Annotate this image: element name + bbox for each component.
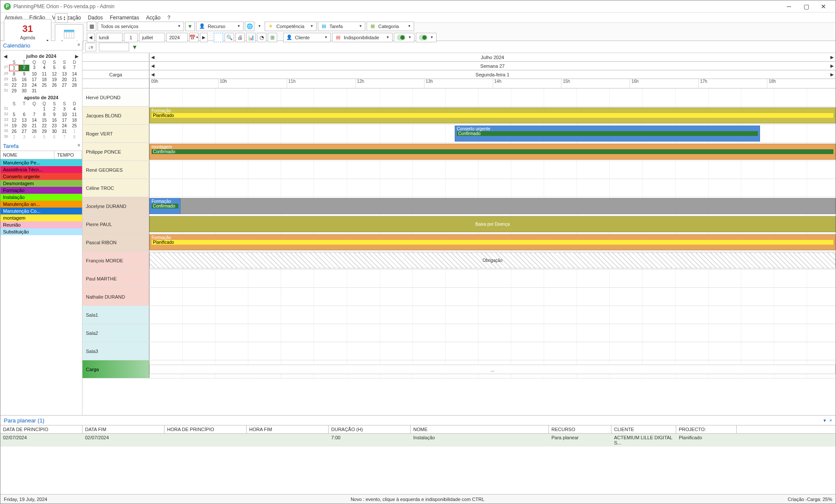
calendar-day[interactable]: 10 — [59, 112, 69, 117]
calendar-day[interactable]: 18 — [39, 77, 49, 82]
plan-col-header[interactable]: DATA DE PRINCÍPIO — [0, 425, 82, 433]
tarefa-item[interactable]: Manutenção an... — [0, 201, 82, 208]
gantt-task[interactable]: Conserto urgenteConfirmado — [455, 126, 760, 142]
sort-button[interactable]: ↓≡ — [85, 43, 96, 51]
calendar-day[interactable]: 6 — [19, 112, 29, 117]
week-header[interactable]: ◀ Semana 27 ▶ — [149, 62, 836, 70]
gantt-body[interactable]: Hervé DUPONDJacques BLONDFormaçãoPlanifi… — [82, 88, 836, 415]
resource-name[interactable]: Jacques BLOND — [82, 107, 149, 124]
calendar-day[interactable]: 27 — [59, 82, 69, 88]
calendar-day[interactable]: 18 — [70, 117, 79, 123]
calendar-day[interactable]: 4 — [70, 106, 79, 112]
resource-track[interactable]: FormaçãoPlanificado — [149, 107, 836, 124]
calendar-day[interactable]: 30 — [49, 129, 59, 134]
calendar-day[interactable]: 3 — [59, 106, 69, 112]
calendar-day[interactable]: 5 — [49, 65, 59, 71]
calendar-day[interactable]: 5 — [39, 134, 49, 140]
calendar-day[interactable]: 10 — [29, 71, 39, 77]
calendar-day[interactable]: 3 — [29, 65, 39, 71]
calendar-day[interactable]: 8 — [9, 71, 19, 77]
tarefa-item[interactable]: Manutenção Pe... — [0, 159, 82, 166]
resource-track[interactable] — [149, 306, 836, 324]
calendar-day[interactable]: 8 — [70, 134, 79, 140]
calendar-day[interactable]: 1 — [70, 129, 79, 134]
tarefa-item[interactable]: Assistência Técn... — [0, 166, 82, 173]
plan-col-header[interactable]: HORA FIM — [247, 425, 329, 433]
plan-col-header[interactable]: PROJECTO: — [676, 425, 737, 433]
calendar-day[interactable]: 28 — [70, 82, 79, 88]
calendar-day[interactable]: 2 — [49, 106, 59, 112]
plan-col-header[interactable]: CLIENTE — [611, 425, 676, 433]
calendar-day[interactable]: 28 — [29, 129, 39, 134]
menu-?[interactable]: ? — [168, 15, 171, 21]
calendar-day[interactable]: 13 — [59, 71, 69, 77]
resource-name[interactable]: François MORDE — [82, 252, 149, 269]
calendar-day[interactable]: 25 — [70, 123, 79, 129]
next-month-icon[interactable]: ▶ — [75, 54, 79, 59]
calendar-day[interactable]: 12 — [49, 71, 59, 77]
tarefa-item[interactable]: Desmontagem — [0, 180, 82, 187]
calendar-day[interactable]: 5 — [9, 112, 19, 117]
calendar-day[interactable]: 20 — [59, 77, 69, 82]
day-header[interactable]: ◀ Segunda-feira 1 ▶ — [149, 70, 836, 79]
resource-name[interactable]: Céline TROC — [82, 179, 149, 197]
calendar-day[interactable]: 15 — [39, 117, 49, 123]
toggle-button-1[interactable]: ▦ — [87, 22, 96, 31]
plan-row[interactable]: 02/07/202402/07/20247:00InstalaçãoPara p… — [0, 434, 836, 447]
resource-name[interactable]: Hervé DUPOND — [82, 88, 149, 106]
resource-track[interactable] — [149, 270, 836, 287]
calendar-day[interactable] — [49, 88, 59, 94]
calendar-day[interactable]: 7 — [29, 112, 39, 117]
funnel-icon[interactable]: ▼ — [132, 44, 138, 50]
month-header[interactable]: ◀ Julho 2024 ▶ — [149, 53, 836, 61]
tarefa-item[interactable]: Manutenção Co... — [0, 208, 82, 214]
tarefa-item[interactable]: Substituição — [0, 228, 82, 235]
resource-track[interactable] — [149, 88, 836, 106]
calendar-day[interactable]: 4 — [29, 134, 39, 140]
calendar-day[interactable]: 1 — [39, 106, 49, 112]
services-combo[interactable]: Todos os serviços ▼ — [98, 22, 184, 31]
resource-name[interactable]: Philippe PONCE — [82, 143, 149, 161]
spinner-icon[interactable]: ▲▼ — [63, 16, 66, 21]
resource-track[interactable] — [149, 161, 836, 179]
calendar-day[interactable]: 9 — [49, 112, 59, 117]
calendar-day[interactable]: 2 — [19, 65, 29, 71]
resource-name[interactable]: Roger VERT — [82, 125, 149, 142]
plan-col-header[interactable]: HORA DE PRINCÍPIO — [165, 425, 247, 433]
calendar-day[interactable]: 16 — [19, 77, 29, 82]
calendar-day[interactable]: 11 — [39, 71, 49, 77]
next-month-icon[interactable]: ▶ — [830, 55, 834, 60]
calendar-day[interactable] — [19, 106, 29, 112]
tarefa-item[interactable]: Reunião — [0, 221, 82, 228]
resource-track[interactable] — [149, 342, 836, 360]
calendar-day[interactable]: 17 — [59, 117, 69, 123]
globe-icon-button[interactable]: 🌐 — [245, 22, 254, 31]
resource-name[interactable]: Sala1 — [82, 306, 149, 324]
gantt-task[interactable]: montagemConfirmado — [149, 144, 836, 160]
tarefa-item[interactable]: montagem — [0, 214, 82, 221]
resource-track[interactable]: Obrigação — [149, 252, 836, 269]
gantt-task[interactable]: Baixa por Doença — [149, 216, 836, 232]
calendar-day[interactable]: 26 — [9, 129, 19, 134]
resource-name[interactable]: René GEORGES — [82, 161, 149, 179]
calendar-day[interactable]: 7 — [59, 134, 69, 140]
calendar-day[interactable]: 15 — [9, 77, 19, 82]
tarefa-item[interactable]: Formação — [0, 187, 82, 194]
prev-week-icon[interactable]: ◀ — [151, 63, 155, 68]
resource-name[interactable]: Pierre PAUL — [82, 215, 149, 233]
calendar-day[interactable]: 21 — [29, 123, 39, 129]
calendar-day[interactable]: 20 — [19, 123, 29, 129]
resource-track[interactable]: FormaçãoConfirmado — [149, 197, 836, 215]
plan-col-header[interactable]: DURAÇÃO (H) — [329, 425, 411, 433]
calendar-day[interactable] — [9, 106, 19, 112]
filter-icon-button[interactable]: ▼ — [185, 22, 195, 31]
maximize-button[interactable]: ▢ — [798, 1, 815, 12]
tarefa-item[interactable]: Instalação — [0, 194, 82, 201]
resource-track[interactable]: Baixa por Doença — [149, 215, 836, 233]
calendar-day[interactable]: 1 — [9, 65, 19, 71]
resource-track[interactable] — [149, 324, 836, 342]
calendar-day[interactable]: 21 — [70, 77, 79, 82]
col-nome[interactable]: NOME — [0, 151, 54, 159]
next-week-icon[interactable]: ▶ — [830, 63, 834, 68]
collapse-icon[interactable]: ▾ — [823, 418, 826, 423]
